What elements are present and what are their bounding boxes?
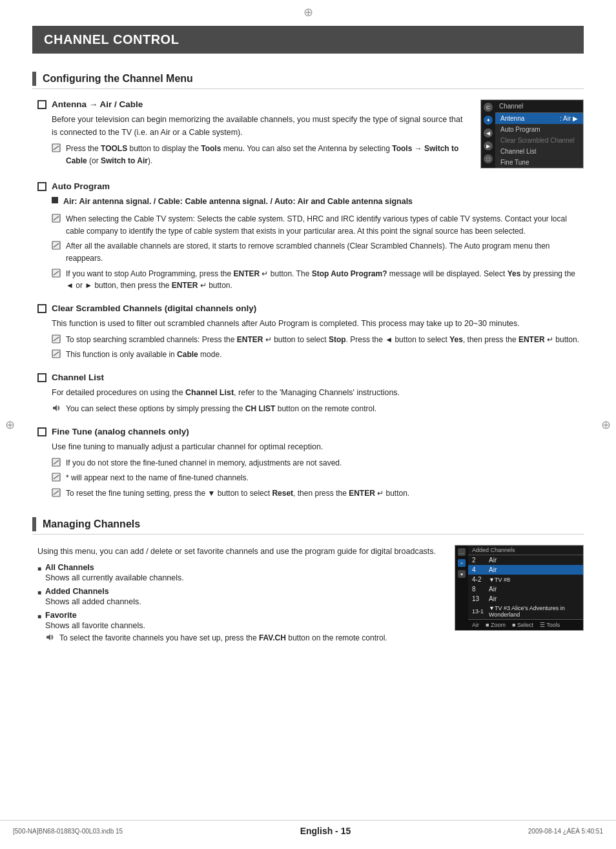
section1-heading: Configuring the Channel Menu — [32, 72, 584, 89]
pencil-icon-4 — [52, 334, 62, 345]
added-channels-bullet: ■ Added Channels Shows all added channel… — [37, 587, 447, 608]
svg-marker-12 — [53, 405, 57, 411]
tv-menu-header: Channel — [495, 100, 583, 113]
favorite-note: To select the favorite channels you have… — [45, 632, 387, 644]
fine-tune-body: Use fine tuning to manually adjust a par… — [52, 440, 584, 453]
pencil-icon-6 — [52, 458, 62, 468]
square-bullet-icon — [52, 197, 58, 203]
clear-note-1: To stop searching scrambled channels: Pr… — [52, 334, 584, 346]
speaker-icon-2 — [45, 633, 56, 643]
cl-row-4: 8 Air — [468, 584, 583, 594]
chapter-title: CHANNEL CONTROL — [32, 26, 584, 54]
tv-side-icon-2: ✦ — [484, 116, 493, 125]
managing-intro: Using this menu, you can add / delete or… — [37, 545, 447, 558]
checkbox-clear-icon — [37, 304, 46, 313]
all-channels-desc: Shows all currently available channels. — [45, 572, 184, 584]
checkbox-auto-icon — [37, 182, 46, 191]
speaker-icon — [52, 404, 62, 414]
section-bar-icon — [32, 72, 36, 86]
cl-row-2: 4 Air — [468, 565, 583, 575]
clear-note-2: This function is only available in Cable… — [52, 349, 584, 361]
cl-icon-2: + — [458, 559, 466, 567]
pencil-icon — [52, 143, 62, 154]
svg-marker-19 — [46, 634, 50, 640]
section2-heading: Managing Channels — [32, 517, 584, 535]
clear-scrambled-body: This function is used to filter out scra… — [52, 317, 584, 330]
tv-side-icon-5: □ — [484, 154, 493, 163]
cl-icon-3: ♥ — [458, 570, 466, 578]
antenna-note: Press the TOOLS button to display the To… — [52, 143, 470, 167]
added-channels-desc: Shows all added channels. — [45, 596, 141, 608]
black-square-2-icon: ■ — [37, 589, 41, 596]
channel-list-note: You can select these options by simply p… — [52, 403, 584, 415]
auto-note-1: When selecting the Cable TV system: Sele… — [52, 213, 584, 237]
cl-row-1: 2 Air — [468, 555, 583, 565]
auto-program-subsection: Auto Program Air: Air antenna signal. / … — [37, 181, 584, 292]
footer-center-page-number: English - 15 — [300, 826, 351, 836]
auto-note-2: After all the available channels are sto… — [52, 240, 584, 264]
tv-menu-item-channel-list: Channel List — [495, 146, 583, 157]
fine-tune-subsection: Fine Tune (analog channels only) Use fin… — [37, 427, 584, 500]
tv-side-icon-1: C — [484, 103, 493, 112]
tv-menu-item-antenna: Antenna: Air ▶ — [495, 113, 583, 124]
clear-scrambled-title: Clear Scrambled Channels (digital channe… — [37, 303, 584, 313]
cl-row-5: 13 Air — [468, 594, 583, 604]
cl-row-3: 4-2 ▼TV #8 — [468, 575, 583, 584]
checkbox-antenna-icon — [37, 100, 46, 109]
channel-list-subsection: Channel List For detailed procedures on … — [37, 373, 584, 415]
cl-footer: Air ■ Zoom ■ Select ☰ Tools — [468, 619, 583, 630]
favorite-label: Favorite — [45, 611, 387, 620]
channel-list-title: Channel List — [37, 373, 584, 382]
fine-tune-title: Fine Tune (analog channels only) — [37, 427, 584, 436]
fine-tune-note-3: To reset the fine tuning setting, press … — [52, 487, 584, 500]
clear-scrambled-subsection: Clear Scrambled Channels (digital channe… — [37, 303, 584, 361]
auto-note-3: If you want to stop Auto Programming, pr… — [52, 268, 584, 292]
cl-icon-1: … — [458, 548, 466, 556]
pencil-icon-8 — [52, 488, 62, 498]
cl-row-6: 13-1 ▼TV #3 Alice's Adventures in Wonder… — [468, 604, 583, 619]
channel-list-body: For detailed procedures on using the Cha… — [52, 386, 584, 399]
fine-tune-note-2: * will appear next to the name of fine-t… — [52, 472, 584, 484]
section2-bar-icon — [32, 517, 36, 531]
black-square-3-icon: ■ — [37, 613, 41, 620]
cl-header: Added Channels — [468, 546, 583, 555]
footer-left: [500-NA]BN68-01883Q-00L03.indb 15 — [13, 828, 123, 835]
antenna-body: Before your television can begin memoriz… — [52, 113, 470, 139]
pencil-icon-5 — [52, 349, 62, 360]
cl-content: Added Channels 2 Air 4 Air 4-2 ▼TV #8 — [468, 546, 583, 630]
section1-title: Configuring the Channel Menu — [43, 73, 193, 85]
favorite-bullet: ■ Favorite Shows all favorite channels. — [37, 611, 447, 647]
auto-program-bullet-text: Air: Air antenna signal. / Cable: Cable … — [63, 195, 413, 208]
all-channels-label: All Channels — [45, 563, 184, 572]
section2: Managing Channels Using this menu, you c… — [32, 517, 584, 650]
footer-right: 2009-08-14 ¿ÁÈÀ 5:40:51 — [528, 828, 603, 835]
fine-tune-note-1: If you do not store the fine-tuned chann… — [52, 457, 584, 469]
pencil-icon-7 — [52, 473, 62, 483]
antenna-subsection: Antenna → Air / Cable Before your televi… — [37, 99, 584, 170]
cl-sidebar: … + ♥ — [455, 546, 468, 630]
pencil-icon-2 — [52, 241, 62, 251]
antenna-title: Antenna → Air / Cable — [37, 99, 470, 109]
page-footer: [500-NA]BN68-01883Q-00L03.indb 15 Englis… — [0, 820, 616, 836]
tv-menu-item-fine-tune: Fine Tune — [495, 157, 583, 168]
tv-menu-item-auto: Auto Program — [495, 124, 583, 135]
black-square-1-icon: ■ — [37, 565, 41, 572]
section2-title: Managing Channels — [43, 518, 140, 530]
all-channels-bullet: ■ All Channels Shows all currently avail… — [37, 563, 447, 584]
checkbox-ft-icon — [37, 427, 46, 436]
pencil-icon-1 — [52, 214, 62, 224]
checkbox-cl-icon — [37, 373, 46, 382]
pencil-icon-3 — [52, 269, 62, 279]
tv-side-icon-3: ◀ — [484, 128, 493, 138]
auto-program-bullet: Air: Air antenna signal. / Cable: Cable … — [52, 195, 584, 208]
managing-content: Using this menu, you can add / delete or… — [32, 545, 584, 650]
tv-menu-screenshot: C ✦ ◀ ▶ □ Channel Antenna: Air ▶ — [480, 99, 584, 169]
tv-side-icon-4: ▶ — [484, 141, 493, 150]
channel-list-screenshot: … + ♥ Added Channels 2 Air 4 Air — [455, 545, 584, 631]
favorite-desc: Shows all favorite channels. — [45, 620, 387, 632]
auto-program-title: Auto Program — [37, 181, 584, 191]
tv-menu-item-clear: Clear Scrambled Channel — [495, 135, 583, 146]
added-channels-label: Added Channels — [45, 587, 141, 596]
